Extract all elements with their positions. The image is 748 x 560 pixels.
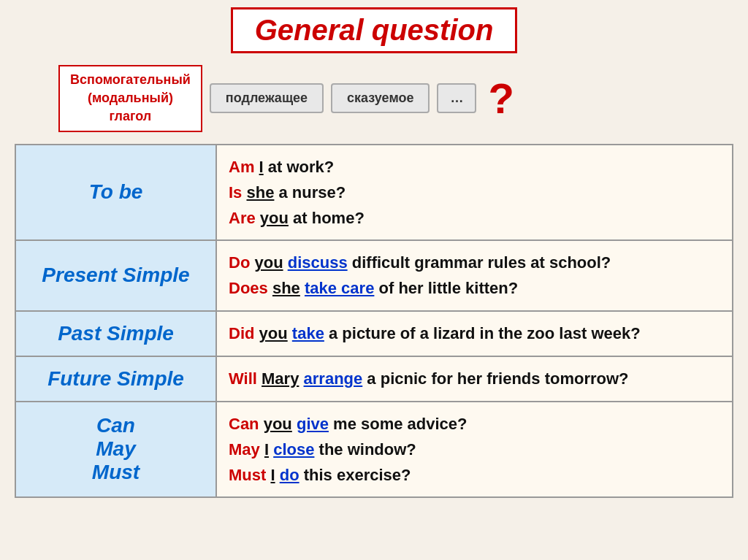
title-container: General question <box>15 7 733 53</box>
verb-arrange: arrange <box>304 369 363 388</box>
dots-box: … <box>437 83 476 113</box>
verb-is: Is <box>229 183 242 202</box>
pronoun-i-3: I <box>270 466 275 484</box>
pronoun-you-1: you <box>260 209 289 227</box>
verb-discuss: discuss <box>288 253 348 272</box>
pronoun-she-1: she <box>246 183 274 202</box>
example-cell-modal: Can you give me some advice? May I close… <box>216 402 733 498</box>
tense-label-tobe: To be <box>89 180 143 203</box>
tense-label-past: Past Simple <box>58 322 174 345</box>
tense-cell-modal: CanMayMust <box>15 402 216 498</box>
pronoun-you-2: you <box>254 253 283 272</box>
modal-may: May <box>229 440 260 459</box>
tense-cell-past: Past Simple <box>15 311 216 356</box>
table-row-modal: CanMayMust Can you give me some advice? … <box>15 402 733 498</box>
pronoun-you-4: you <box>264 415 292 433</box>
tense-label-modal: CanMayMust <box>92 414 140 483</box>
tense-label-future: Future Simple <box>47 367 184 390</box>
verb-are: Are <box>229 209 256 227</box>
tense-cell-future: Future Simple <box>15 356 216 402</box>
table-row-past: Past Simple Did you take a picture of a … <box>15 311 733 356</box>
example-cell-future: Will Mary arrange a picnic for her frien… <box>216 356 733 402</box>
example-cell-past: Did you take a picture of a lizard in th… <box>216 311 733 356</box>
tense-label-present: Present Simple <box>42 264 189 286</box>
verb-give: give <box>297 415 329 433</box>
table-row-future: Future Simple Will Mary arrange a picnic… <box>15 356 733 402</box>
page-title: General question <box>255 14 494 47</box>
page: General question Вспомогательный(модальн… <box>0 0 748 560</box>
example-cell-tobe: Am I at work? Is she a nurse? Are you at… <box>216 145 733 241</box>
formula-row: Вспомогательный(модальный)глагол подлежа… <box>15 65 733 132</box>
verb-do: Do <box>229 253 250 272</box>
verb-will: Will <box>229 369 257 388</box>
tense-cell-present: Present Simple <box>15 240 216 310</box>
auxiliary-verb-box: Вспомогательный(модальный)глагол <box>58 65 202 132</box>
noun-mary: Mary <box>262 369 299 388</box>
pronoun-i-2: I <box>264 440 269 459</box>
table-row-present: Present Simple Do you discuss difficult … <box>15 240 733 310</box>
tense-cell-tobe: To be <box>15 145 216 241</box>
question-mark-icon: ? <box>488 77 514 120</box>
pronoun-she-2: she <box>272 279 300 297</box>
verb-did: Did <box>229 324 254 342</box>
pronoun-you-3: you <box>259 324 288 342</box>
grammar-table: To be Am I at work? Is she a nurse? Are … <box>15 144 733 499</box>
pronoun-i-1: I <box>259 158 264 176</box>
predicate-box: сказуемое <box>331 83 430 113</box>
example-cell-present: Do you discuss difficult grammar rules a… <box>216 240 733 310</box>
verb-am: Am <box>229 158 254 176</box>
title-box: General question <box>231 7 518 53</box>
table-row-tobe: To be Am I at work? Is she a nurse? Are … <box>15 145 733 241</box>
verb-do: do <box>280 466 299 484</box>
verb-take-care: take care <box>305 279 374 297</box>
modal-can: Can <box>229 415 259 433</box>
verb-close: close <box>273 440 314 459</box>
subject-box: подлежащее <box>210 83 324 113</box>
modal-must: Must <box>229 466 266 484</box>
verb-take: take <box>292 324 324 342</box>
verb-does: Does <box>229 279 268 297</box>
